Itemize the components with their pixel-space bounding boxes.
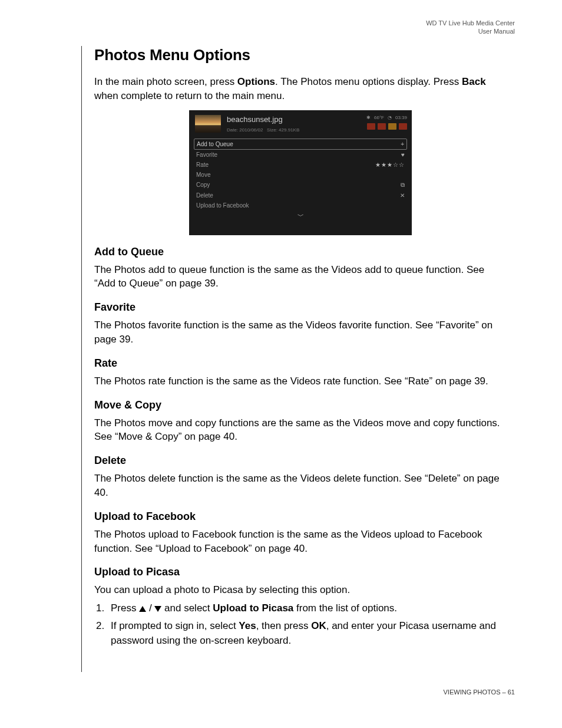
option-upload-facebook[interactable]: Upload to Facebook [194,200,407,210]
plus-icon: + [401,141,404,147]
up-arrow-icon [139,606,146,612]
badge-red [378,123,386,130]
body-rate: The Photos rate function is the same as … [94,374,507,388]
heading-upload-picasa: Upload to Picasa [94,566,507,578]
intro-paragraph: In the main photo screen, press Options.… [94,75,507,103]
badge-red [367,123,375,130]
heading-upload-facebook: Upload to Facebook [94,510,507,523]
header-line2: User Manual [426,27,515,35]
badge-orange [388,123,396,130]
page-number: 61 [508,689,515,696]
step-1: Press / and select Upload to Picasa from… [107,601,507,616]
page-content: Photos Menu Options In the main photo sc… [94,46,507,651]
body-move-copy: The Photos move and copy functions are t… [94,416,507,444]
vertical-rule [81,46,82,672]
down-arrow-icon [154,606,161,612]
clock-icon: ◔ [388,115,392,120]
heading-favorite: Favorite [94,301,507,314]
heart-icon: ♥ [401,151,405,158]
option-rate[interactable]: Rate ★★★☆☆ [194,160,407,170]
options-menu-screenshot: beachsunset.jpg Date: 2010/06/02 Size: 4… [189,110,412,235]
photo-thumbnail [195,115,221,133]
chevron-down-icon[interactable]: ﹀ [194,210,407,220]
option-favorite[interactable]: Favorite ♥ [194,150,407,160]
header-line1: WD TV Live Hub Media Center [426,19,515,27]
time: 03:39 [395,115,407,120]
star-rating: ★★★☆☆ [375,162,405,168]
page-title: Photos Menu Options [94,46,507,64]
heading-rate: Rate [94,357,507,370]
badge-red [399,123,407,130]
body-favorite: The Photos favorite function is the same… [94,318,507,347]
options-list: Add to Queue + Favorite ♥ Rate ★★★☆☆ Mov… [189,136,412,220]
body-upload-picasa: You can upload a photo to Picasa by sele… [94,583,507,597]
copy-icon: ⧉ [401,182,405,189]
heading-add-to-queue: Add to Queue [94,246,507,258]
status-badges [367,123,407,130]
option-copy[interactable]: Copy ⧉ [194,180,407,190]
temperature: 66°F [374,115,384,120]
option-move[interactable]: Move [194,170,407,180]
running-header: WD TV Live Hub Media Center User Manual [426,19,515,36]
body-add-to-queue: The Photos add to queue function is the … [94,263,507,291]
body-delete: The Photos delete function is the same a… [94,472,507,500]
steps-list: Press / and select Upload to Picasa from… [94,601,507,648]
option-add-to-queue[interactable]: Add to Queue + [194,139,407,150]
close-icon: ✕ [400,192,405,199]
heading-move-copy: Move & Copy [94,399,507,411]
weather-icon: ✱ [366,115,371,120]
footer-section: VIEWING PHOTOS [444,689,501,696]
step-2: If prompted to sign in, select Yes, then… [107,618,507,648]
status-bar: ✱ 66°F ◔ 03:39 [366,115,407,120]
body-upload-facebook: The Photos upload to Facebook function i… [94,528,507,556]
option-delete[interactable]: Delete ✕ [194,190,407,200]
heading-delete: Delete [94,454,507,467]
page-footer: VIEWING PHOTOS – 61 [444,689,515,696]
